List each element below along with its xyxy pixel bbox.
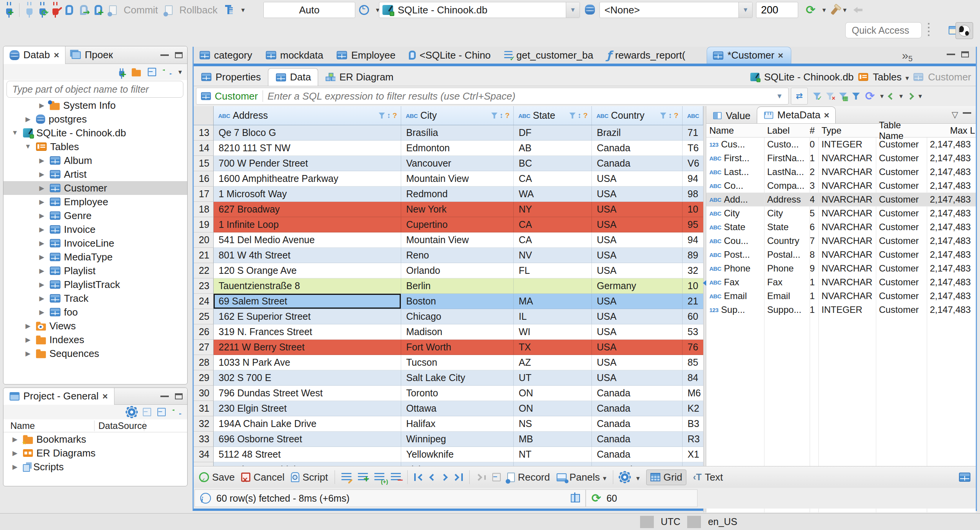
table-row[interactable]: 35 Rua da Assembleia 93 Lisbon Portugal … xyxy=(194,462,703,466)
result-subtab[interactable]: Data xyxy=(268,68,318,86)
cell-city[interactable]: Edmonton xyxy=(401,141,514,156)
refresh-filter-button[interactable] xyxy=(791,88,808,105)
meta-col-max[interactable]: Max L xyxy=(927,125,976,136)
meta-col-name[interactable]: Name xyxy=(706,125,764,136)
expand-arrow-icon[interactable]: ▶ xyxy=(37,198,46,206)
table-row[interactable]: 32 194A Chain Lake Drive Halifax NS Cana… xyxy=(194,416,703,432)
record-toggle-button[interactable]: Record xyxy=(507,471,550,483)
meta-cell-name[interactable]: ABC City xyxy=(706,208,764,219)
cell-city[interactable]: New York xyxy=(401,202,514,217)
filter-icon[interactable] xyxy=(379,113,385,119)
cell-address[interactable]: 302 S 700 E xyxy=(214,370,401,386)
cell-country[interactable]: Canada xyxy=(592,447,683,462)
row-number[interactable]: 30 xyxy=(194,386,214,401)
cell-postal[interactable]: V6 xyxy=(683,156,703,171)
meta-cell-label[interactable]: Email xyxy=(764,291,810,301)
cell-state[interactable]: CA xyxy=(514,171,592,186)
column-header[interactable]: ABC Country ↕ ? xyxy=(592,106,683,125)
tab-overflow-chevron[interactable]: » 5 xyxy=(902,49,913,63)
disconnect-icon[interactable] xyxy=(52,5,59,15)
meta-cell-type[interactable]: NVARCHAR xyxy=(818,236,876,246)
sort-icon[interactable]: ↕ xyxy=(387,111,391,120)
cell-city[interactable]: Mountain View xyxy=(401,171,514,186)
cell-address[interactable]: 1 Infinite Loop xyxy=(214,217,401,232)
result-subtab[interactable]: Properties xyxy=(194,68,268,86)
meta-col-number[interactable]: # xyxy=(810,125,818,136)
cell-country[interactable]: Canada xyxy=(592,432,683,447)
meta-cell-label[interactable]: City xyxy=(764,208,810,219)
cell-state[interactable]: NV xyxy=(514,248,592,263)
metadata-row[interactable]: 123 Sup... Suppo... 1 INTEGER Customer 2… xyxy=(706,303,976,317)
meta-cell-number[interactable]: 2 xyxy=(810,167,818,177)
cell-city[interactable]: Orlando xyxy=(401,263,514,278)
meta-cell-table[interactable]: Customer xyxy=(876,139,927,150)
grid-view-toggle[interactable]: Grid xyxy=(646,469,686,485)
tree-item[interactable]: ▶ MediaType xyxy=(3,250,187,264)
cell-country[interactable]: USA xyxy=(592,217,683,232)
table-row[interactable]: 29 302 S 700 E Salt Lake City UT USA 84 xyxy=(194,370,703,386)
cell-postal[interactable]: 21 xyxy=(683,294,703,309)
cell-city[interactable]: Madison xyxy=(401,324,514,340)
meta-cell-label[interactable]: State xyxy=(764,222,810,232)
metadata-row[interactable]: 123 Cus... Custo... 0 INTEGER Customer 2… xyxy=(706,137,976,151)
first-row-button[interactable] xyxy=(414,473,424,481)
expand-arrow-icon[interactable]: ▶ xyxy=(23,336,33,344)
next-caret-icon[interactable] xyxy=(918,92,922,100)
cell-state[interactable]: AZ xyxy=(514,355,592,370)
cell-city[interactable]: Berlin xyxy=(401,278,514,294)
column-header[interactable]: ABC City ↕ ? xyxy=(401,106,514,125)
expand-arrow-icon[interactable]: ▶ xyxy=(10,435,20,443)
meta-cell-name[interactable]: ABC Cou... xyxy=(706,236,764,246)
cell-state[interactable]: ON xyxy=(514,401,592,416)
meta-cell-type[interactable]: NVARCHAR xyxy=(818,153,876,164)
tree-item[interactable]: ▶ Track xyxy=(3,291,187,305)
rollback-button[interactable]: Rollback xyxy=(180,4,218,16)
metadata-row[interactable]: ABC Email Email 1 NVARCHAR Customer 2,14… xyxy=(706,289,976,303)
expand-arrow-icon[interactable]: ▶ xyxy=(37,281,46,289)
cell-address[interactable]: 541 Del Medio Avenue xyxy=(214,232,401,248)
cell-state[interactable]: CA xyxy=(514,232,592,248)
expand-arrow-icon[interactable]: ▶ xyxy=(37,294,46,303)
expand-arrow-icon[interactable]: ▼ xyxy=(10,129,20,137)
column-header[interactable]: ABC State ↕ ? xyxy=(514,106,592,125)
cell-state[interactable]: NY xyxy=(514,202,592,217)
settings-caret-icon[interactable] xyxy=(636,471,640,483)
table-row[interactable]: 34 5112 48 Street Yellowknife NT Canada … xyxy=(194,447,703,462)
metadata-row[interactable]: ABC First... FirstNa... 1 NVARCHAR Custo… xyxy=(706,151,976,165)
cell-postal[interactable]: 53 xyxy=(683,324,703,340)
meta-cell-number[interactable]: 0 xyxy=(810,139,818,150)
tree-item[interactable]: ▶ Sequences xyxy=(3,347,187,360)
meta-cell-max[interactable]: 2,147,483 xyxy=(927,291,976,301)
new-sql-editor-icon[interactable] xyxy=(95,5,102,15)
close-icon[interactable]: × xyxy=(54,50,59,61)
refresh-results-icon[interactable] xyxy=(865,90,875,102)
cell-postal[interactable]: 94 xyxy=(683,232,703,248)
cell-address[interactable]: 1033 N Park Ave xyxy=(214,355,401,370)
table-row[interactable]: 15 700 W Pender Street Vancouver BC Cana… xyxy=(194,156,703,171)
meta-cell-table[interactable]: Customer xyxy=(876,304,927,315)
cell-address[interactable]: 696 Osborne Street xyxy=(214,432,401,447)
tree-item[interactable]: ▶ Genre xyxy=(3,209,187,222)
table-row[interactable]: 33 696 Osborne Street Winnipeg MB Canada… xyxy=(194,432,703,447)
meta-cell-name[interactable]: ABC First... xyxy=(706,153,764,164)
tree-item[interactable]: ▶ Views xyxy=(3,319,187,333)
cell-city[interactable]: Tucson xyxy=(401,355,514,370)
minimize-icon[interactable] xyxy=(160,393,169,397)
close-icon[interactable]: × xyxy=(778,50,783,61)
meta-cell-type[interactable]: NVARCHAR xyxy=(818,277,876,288)
connection-selector[interactable]: SQLite - Chinook.db xyxy=(379,2,580,18)
custom-filter-icon[interactable] xyxy=(852,93,860,100)
tab-project-general[interactable]: Project - General × xyxy=(3,388,114,405)
meta-cell-type[interactable]: NVARCHAR xyxy=(818,222,876,232)
remove-filter-icon[interactable]: × xyxy=(826,93,834,100)
table-row[interactable]: 16 1600 Amphitheatre Parkway Mountain Vi… xyxy=(194,171,703,186)
refresh-caret-icon[interactable] xyxy=(880,92,884,100)
row-number[interactable]: 21 xyxy=(194,248,214,263)
column-header[interactable]: ABC xyxy=(683,106,703,125)
schema-selector[interactable]: <None> xyxy=(599,2,753,18)
maximize-icon[interactable] xyxy=(175,52,183,58)
cell-city[interactable]: Brasília xyxy=(401,125,514,141)
filter-icon[interactable] xyxy=(491,113,498,119)
meta-cell-max[interactable]: 2,147,483 xyxy=(927,139,976,150)
row-number[interactable]: 13 xyxy=(194,125,214,141)
